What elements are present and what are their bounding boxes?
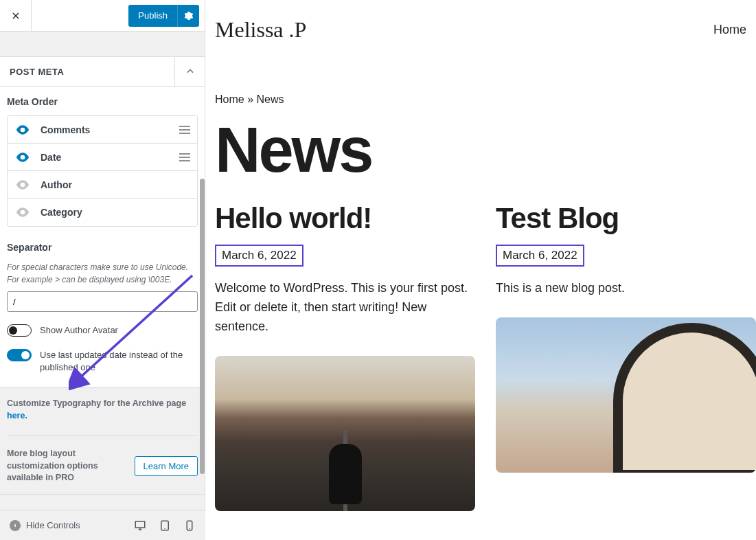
site-logo[interactable]: Melissa .P bbox=[215, 17, 306, 43]
publish-group: Publish bbox=[128, 5, 199, 27]
meta-order-label: Meta Order bbox=[7, 96, 198, 107]
drag-handle-icon[interactable] bbox=[179, 125, 190, 135]
post-featured-image[interactable] bbox=[215, 356, 475, 511]
page-title: News bbox=[215, 118, 756, 181]
section-header-post-meta[interactable]: POST META bbox=[0, 56, 205, 87]
typography-note: Customize Typography for the Archive pag… bbox=[7, 397, 198, 423]
toggle-author-avatar-label: Show Author Avatar bbox=[40, 324, 118, 337]
post-title[interactable]: Hello world! bbox=[215, 203, 475, 234]
mobile-icon[interactable] bbox=[183, 519, 196, 532]
eye-icon[interactable] bbox=[14, 125, 31, 135]
meta-order-list: Comments Date Author Category bbox=[7, 115, 198, 227]
separator-input[interactable] bbox=[7, 291, 198, 312]
breadcrumb-home[interactable]: Home bbox=[215, 93, 244, 105]
site-preview: Melissa .P Home Home » News News Hello w… bbox=[205, 0, 756, 540]
publish-button[interactable]: Publish bbox=[128, 5, 177, 27]
bottombar: Hide Controls bbox=[0, 510, 205, 540]
hide-controls-button[interactable]: Hide Controls bbox=[10, 520, 80, 531]
eye-icon[interactable] bbox=[14, 180, 31, 190]
meta-item-author[interactable]: Author bbox=[8, 171, 197, 199]
settings-button[interactable] bbox=[177, 5, 199, 27]
topbar: Publish bbox=[0, 0, 205, 32]
post-date: March 6, 2022 bbox=[215, 245, 303, 267]
meta-item-date[interactable]: Date bbox=[8, 144, 197, 171]
separator-section: Separator For special characters make su… bbox=[7, 242, 198, 312]
meta-item-category[interactable]: Category bbox=[8, 199, 197, 226]
breadcrumb: Home » News bbox=[215, 93, 756, 106]
meta-item-comments[interactable]: Comments bbox=[8, 116, 197, 144]
panel-body: Meta Order Comments Date Author Category bbox=[0, 87, 205, 387]
breadcrumb-separator: » bbox=[247, 93, 253, 105]
learn-more-button[interactable]: Learn More bbox=[135, 456, 198, 476]
post-card: Hello world! March 6, 2022 Welcome to Wo… bbox=[215, 203, 475, 511]
posts-grid: Hello world! March 6, 2022 Welcome to Wo… bbox=[215, 203, 756, 511]
site-header: Melissa .P Home bbox=[215, 11, 756, 48]
typography-link[interactable]: here. bbox=[7, 411, 27, 420]
hide-controls-label: Hide Controls bbox=[26, 520, 80, 530]
toggle-last-updated-row: Use last updated date instead of the pub… bbox=[7, 349, 198, 374]
post-date: March 6, 2022 bbox=[496, 245, 584, 267]
spacer bbox=[0, 32, 205, 56]
post-card: Test Blog March 6, 2022 This is a new bl… bbox=[496, 203, 756, 511]
post-featured-image[interactable] bbox=[496, 317, 756, 473]
separator-label: Separator bbox=[7, 242, 198, 253]
nav-link-home[interactable]: Home bbox=[713, 23, 746, 37]
desktop-icon[interactable] bbox=[134, 519, 146, 532]
gear-icon bbox=[183, 10, 194, 21]
toggle-last-updated[interactable] bbox=[7, 349, 32, 361]
drag-handle-icon[interactable] bbox=[179, 153, 190, 162]
customizer-sidebar: Publish POST META Meta Order Comments Da… bbox=[0, 0, 205, 540]
toggle-author-avatar[interactable] bbox=[7, 324, 32, 337]
meta-item-label: Date bbox=[41, 152, 179, 163]
post-excerpt: Welcome to WordPress. This is your first… bbox=[215, 279, 475, 337]
collapse-button[interactable] bbox=[174, 56, 205, 87]
pro-row: More blog layout customization options a… bbox=[7, 435, 198, 484]
footer-panel: Customize Typography for the Archive pag… bbox=[0, 387, 205, 495]
pro-text: More blog layout customization options a… bbox=[7, 448, 110, 484]
post-excerpt: This is a new blog post. bbox=[496, 279, 756, 298]
close-icon bbox=[10, 10, 21, 21]
chevron-up-icon bbox=[183, 65, 197, 78]
device-switcher bbox=[134, 519, 196, 532]
separator-hint: For special characters make sure to use … bbox=[7, 261, 198, 286]
meta-item-label: Category bbox=[41, 207, 190, 218]
scrollbar[interactable] bbox=[200, 179, 205, 474]
post-title[interactable]: Test Blog bbox=[496, 203, 756, 234]
meta-item-label: Author bbox=[41, 179, 190, 190]
collapse-left-icon bbox=[10, 520, 21, 531]
svg-point-3 bbox=[189, 528, 190, 529]
breadcrumb-current: News bbox=[257, 93, 284, 105]
tablet-icon[interactable] bbox=[159, 519, 171, 532]
close-button[interactable] bbox=[0, 0, 32, 32]
toggle-last-updated-label: Use last updated date instead of the pub… bbox=[40, 349, 198, 374]
svg-point-1 bbox=[164, 528, 165, 529]
section-title: POST META bbox=[10, 67, 64, 77]
eye-icon[interactable] bbox=[14, 153, 31, 162]
toggle-author-avatar-row: Show Author Avatar bbox=[7, 324, 198, 337]
eye-icon[interactable] bbox=[14, 207, 31, 217]
meta-item-label: Comments bbox=[41, 124, 179, 135]
